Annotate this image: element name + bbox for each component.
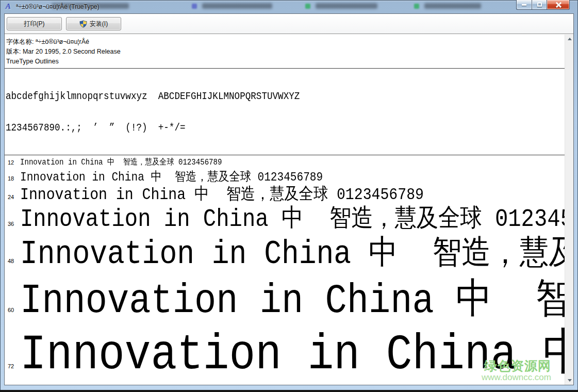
sample-text: Innovation in China 中 智造，慧及全球 0123456789 xyxy=(20,276,565,325)
preview-row-36: 36 Innovation in China 中 智造，慧及全球 0123456… xyxy=(5,205,565,234)
background-favicon-blur xyxy=(305,4,310,9)
window-title: ª÷±ö®ü³ø¬ü¤u¦rÅé (TrueType) xyxy=(16,3,100,10)
scroll-down-button[interactable] xyxy=(565,376,573,385)
install-button-label: 安装(I) xyxy=(90,20,108,28)
alphabet-numerals-line: 1234567890.:,; ’ ” (!?) +-*/= xyxy=(6,121,498,134)
background-tab-blur xyxy=(316,3,377,9)
arrow-up-icon xyxy=(568,38,572,40)
background-favicon-blur xyxy=(414,4,419,9)
size-label: 24 xyxy=(5,194,20,200)
sample-text: Innovation in China 中 智造，慧及全球 0123456789 xyxy=(20,205,565,234)
caption-buttons xyxy=(516,0,570,10)
watermark: 绿色资源网 www.downcc.com xyxy=(482,359,551,383)
background-favicon-blur xyxy=(192,4,197,9)
preview-row-60: 60 Innovation in China 中 智造，慧及全球 0123456… xyxy=(5,276,565,326)
scroll-up-button[interactable] xyxy=(565,35,573,43)
minimize-button[interactable] xyxy=(516,0,532,10)
font-info-block: 字体名称: ª÷±ö®ü³ø¬ü¤u¦rÅé 版本: Mar 20 1995, … xyxy=(5,35,565,68)
vertical-scrollbar[interactable] xyxy=(565,35,573,385)
alphabet-letters-line: abcdefghijklmnopqrstuvwxyz ABCDEFGHIJKLM… xyxy=(6,90,498,103)
preview-content: 字体名称: ª÷±ö®ü³ø¬ü¤u¦rÅé 版本: Mar 20 1995, … xyxy=(5,35,573,385)
sample-text: Innovation in China 中 智造，慧及全球 0123456789 xyxy=(20,156,222,169)
maximize-button[interactable] xyxy=(532,0,547,10)
size-label: 36 xyxy=(5,221,20,227)
install-button[interactable]: 安装(I) xyxy=(66,17,121,30)
window-bottom-edge xyxy=(0,390,578,392)
preview-row-48: 48 Innovation in China 中 智造，慧及全球 0123456… xyxy=(5,234,565,276)
size-label: 60 xyxy=(5,307,20,313)
toolbar: 打印(P) 安装(I) xyxy=(5,14,573,34)
titlebar[interactable]: A ª÷±ö®ü³ø¬ü¤u¦rÅé (TrueType) xyxy=(0,0,578,13)
uac-shield-icon xyxy=(79,20,87,28)
size-label: 72 xyxy=(5,363,20,369)
size-label: 18 xyxy=(5,175,20,182)
sample-text: Innovation in China 中 智造，慧及全球 0123456789 xyxy=(20,234,565,275)
alphabet-sample-block: abcdefghijklmnopqrstuvwxyz ABCDEFGHIJKLM… xyxy=(5,69,565,155)
print-button-label: 打印(P) xyxy=(24,20,45,28)
watermark-site-url: www.downcc.com xyxy=(482,373,551,383)
font-viewer-window: A ª÷±ö®ü³ø¬ü¤u¦rÅé (TrueType) 打印(P) xyxy=(0,0,578,392)
font-name-line: 字体名称: ª÷±ö®ü³ø¬ü¤u¦rÅé xyxy=(6,37,565,47)
close-icon xyxy=(555,2,562,8)
size-label: 12 xyxy=(5,159,20,166)
size-preview-rows: 12 Innovation in China 中 智造，慧及全球 0123456… xyxy=(5,155,565,385)
watermark-site-name: 绿色资源网 xyxy=(482,359,551,373)
font-outline-line: TrueType Outlines xyxy=(6,57,565,67)
print-button[interactable]: 打印(P) xyxy=(7,17,62,30)
font-file-icon: A xyxy=(6,2,11,11)
background-tab-blur xyxy=(424,3,481,9)
arrow-down-icon xyxy=(568,379,572,382)
background-tab-blur xyxy=(202,3,272,9)
minimize-icon xyxy=(522,4,526,6)
close-button[interactable] xyxy=(547,0,570,10)
font-version-line: 版本: Mar 20 1995, 2.0 Second Release xyxy=(6,47,565,57)
size-label: 48 xyxy=(5,258,20,264)
scroll-pane: 字体名称: ª÷±ö®ü³ø¬ü¤u¦rÅé 版本: Mar 20 1995, … xyxy=(5,35,565,385)
preview-row-18: 18 Innovation in China 中 智造，慧及全球 0123456… xyxy=(5,170,565,185)
preview-row-72: 72 Innovation in China 中 智造，慧及全球 0123456… xyxy=(5,326,565,385)
preview-row-12: 12 Innovation in China 中 智造，慧及全球 0123456… xyxy=(5,156,565,170)
font-preview-dialog: 打印(P) 安装(I) 字体名称: ª xyxy=(4,13,574,385)
preview-row-24: 24 Innovation in China 中 智造，慧及全球 0123456… xyxy=(5,185,565,205)
sample-text: Innovation in China 中 智造，慧及全球 0123456789 xyxy=(20,170,323,185)
maximize-icon xyxy=(537,3,542,7)
sample-text: Innovation in China 中 智造，慧及全球 0123456789 xyxy=(20,185,424,205)
